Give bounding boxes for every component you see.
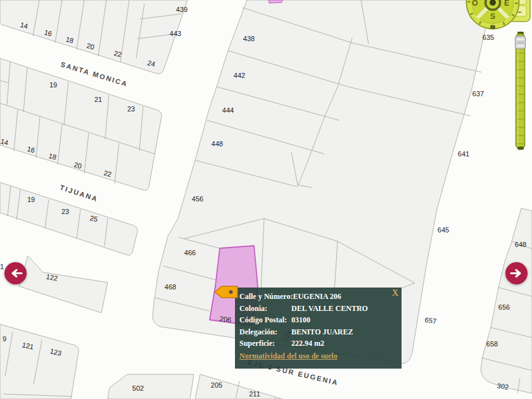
popup-rows: Calle y Número:EUGENIA 206Colonia:DEL VA… <box>239 291 396 350</box>
compass-rose[interactable]: O E S <box>467 0 519 29</box>
slider-handle[interactable] <box>516 36 526 49</box>
compass-east-label[interactable]: E <box>504 0 509 8</box>
slider-bottom-cap <box>517 147 524 150</box>
compass-south-label[interactable]: S <box>490 12 495 21</box>
popup-row-value: EUGENIA 206 <box>293 291 341 303</box>
pan-right-button[interactable] <box>505 262 528 284</box>
popup-row: Superficie:222.94 m2 <box>239 338 396 350</box>
popup-row-label: Código Postal: <box>239 314 291 326</box>
popup-row: Código Postal:03100 <box>239 314 396 326</box>
pan-left-button[interactable] <box>4 262 27 284</box>
compass-west-label[interactable]: O <box>472 0 478 8</box>
popup-row: Delegación:BENITO JUAREZ <box>239 326 396 338</box>
slider-track[interactable] <box>516 34 525 149</box>
arrow-left-icon <box>9 269 23 278</box>
popup-row-label: Colonia: <box>239 303 291 315</box>
arrow-right-icon <box>510 269 524 278</box>
popup-row-label: Delegación: <box>239 326 291 338</box>
popup-row-value: 222.94 m2 <box>291 338 324 350</box>
zoom-slider[interactable] <box>510 29 527 155</box>
popup-row-label: Calle y Número: <box>239 291 293 303</box>
parcel-marker-tag[interactable] <box>212 284 241 300</box>
normatividad-link[interactable]: Normatividad del uso de suelo <box>239 352 338 361</box>
compass-south-notch <box>490 25 495 29</box>
popup-row-value: 03100 <box>291 314 310 326</box>
info-popup: X Calle y Número:EUGENIA 206Colonia:DEL … <box>235 288 402 369</box>
highlighted-parcel-sliver <box>269 0 282 3</box>
popup-row: Calle y Número:EUGENIA 206 <box>239 291 396 303</box>
tag-hole <box>229 290 232 293</box>
popup-row-value: DEL VALLE CENTRO <box>291 303 368 315</box>
popup-row: Colonia:DEL VALLE CENTRO <box>239 303 396 315</box>
popup-row-label: Superficie: <box>239 338 291 350</box>
tag-shape <box>215 286 238 298</box>
popup-row-value: BENITO JUAREZ <box>291 326 353 338</box>
close-icon[interactable]: X <box>392 288 398 298</box>
map-application: 4394432414161820221921231416182022192325… <box>0 0 532 399</box>
